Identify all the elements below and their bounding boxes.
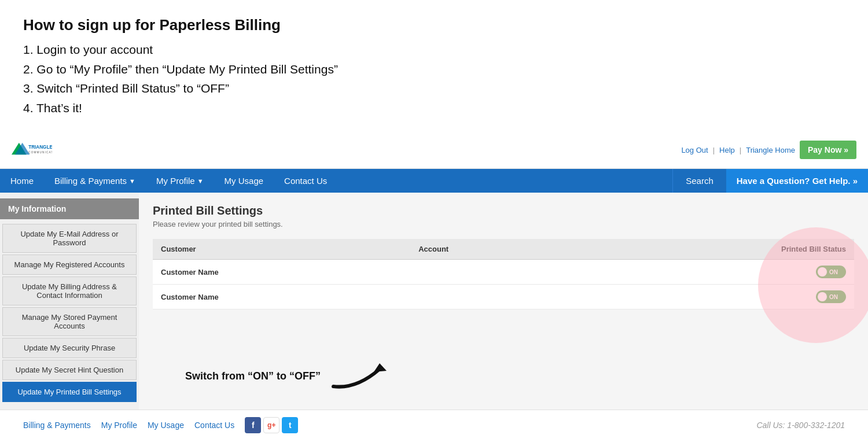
nav-profile[interactable]: My Profile ▼ (146, 169, 214, 193)
bill-table: Customer Account Printed Bill Status Cus… (153, 239, 854, 309)
account-1 (410, 260, 572, 285)
nav-home[interactable]: Home (0, 169, 44, 193)
logo-svg: TRIANGLE COMMUNICATIONS (12, 136, 52, 164)
main-content: My Information Update My E-Mail Address … (0, 193, 868, 410)
nav-contact[interactable]: Contact Us (274, 169, 337, 193)
toggle-circle-1 (818, 267, 827, 277)
arrow-svg (328, 360, 397, 392)
col-status: Printed Bill Status (572, 239, 854, 260)
separator-1: | (713, 146, 715, 154)
sidebar-item-registered[interactable]: Manage My Registered Accounts (2, 255, 137, 275)
sidebar-item-printed-bill[interactable]: Update My Printed Bill Settings (2, 382, 137, 402)
google-icon[interactable]: g+ (263, 417, 279, 433)
sidebar-item-stored-payment[interactable]: Manage My Stored Payment Accounts (2, 307, 137, 336)
triangle-home-link[interactable]: Triangle Home (746, 146, 795, 154)
toggle-label-1: ON (829, 269, 838, 275)
footer-link-usage[interactable]: My Usage (148, 421, 184, 430)
content-panel: Printed Bill Settings Please review your… (139, 193, 868, 410)
svg-marker-4 (374, 363, 387, 372)
footer-icons: f g+ t (245, 417, 298, 433)
sidebar-item-billing-address[interactable]: Update My Billing Address & Contact Info… (2, 277, 137, 305)
nav-usage[interactable]: My Usage (214, 169, 274, 193)
footer-link-profile[interactable]: My Profile (101, 421, 137, 430)
sidebar-menu: Update My E-Mail Address or Password Man… (0, 224, 139, 402)
annotation-area: Switch from “ON” to “OFF” (185, 360, 397, 392)
nav-search[interactable]: Search (672, 169, 726, 193)
step-2: 2. Go to “My Profile” then “Update My Pr… (23, 60, 845, 79)
step-3: 3. Switch “Printed Bill Status” to “OFF” (23, 79, 845, 98)
footer-link-contact[interactable]: Contact Us (194, 421, 234, 430)
toggle-on-2[interactable]: ON (816, 290, 846, 303)
nav-spacer (337, 169, 672, 193)
status-cell-1: ON (572, 260, 854, 285)
sidebar-item-email[interactable]: Update My E-Mail Address or Password (2, 224, 137, 253)
toggle-circle-2 (818, 292, 827, 301)
col-account: Account (410, 239, 572, 260)
account-2 (410, 285, 572, 309)
footer-left: Billing & Payments My Profile My Usage C… (23, 417, 298, 433)
header-bar: TRIANGLE COMMUNICATIONS Log Out | Help |… (0, 131, 868, 169)
svg-text:COMMUNICATIONS: COMMUNICATIONS (28, 151, 52, 154)
help-link[interactable]: Help (719, 146, 735, 154)
twitter-icon[interactable]: t (282, 417, 298, 433)
nav-bar: Home Billing & Payments ▼ My Profile ▼ M… (0, 169, 868, 193)
status-cell-2: ON (572, 285, 854, 309)
separator-2: | (740, 146, 741, 154)
content-subtitle: Please review your printed bill settings… (153, 220, 854, 228)
pay-now-button[interactable]: Pay Now » (800, 141, 856, 159)
footer-phone: Call Us: 1-800-332-1201 (756, 421, 845, 430)
customer-name-1: Customer Name (153, 260, 410, 285)
nav-billing[interactable]: Billing & Payments ▼ (44, 169, 146, 193)
profile-dropdown-arrow: ▼ (197, 178, 204, 185)
toggle-on-1[interactable]: ON (816, 266, 846, 278)
billing-dropdown-arrow: ▼ (129, 178, 135, 185)
footer-link-billing[interactable]: Billing & Payments (23, 421, 91, 430)
facebook-icon[interactable]: f (245, 417, 261, 433)
content-title: Printed Bill Settings (153, 204, 854, 218)
step-1: 1. Login to your account (23, 40, 845, 60)
logo: TRIANGLE COMMUNICATIONS (12, 136, 52, 164)
instructions-title: How to sign up for Paperless Billing (23, 16, 845, 34)
sidebar-item-security-phrase[interactable]: Update My Security Phrase (2, 338, 137, 358)
nav-help[interactable]: Have a Question? Get Help. » (726, 169, 868, 193)
table-row: Customer Name ON (153, 260, 854, 285)
toggle-label-2: ON (829, 294, 838, 300)
sidebar: My Information Update My E-Mail Address … (0, 193, 139, 410)
header-right: Log Out | Help | Triangle Home Pay Now » (681, 141, 856, 159)
instructions-section: How to sign up for Paperless Billing 1. … (0, 0, 868, 131)
col-customer: Customer (153, 239, 410, 260)
footer: Billing & Payments My Profile My Usage C… (0, 410, 868, 440)
customer-name-2: Customer Name (153, 285, 410, 309)
table-row: Customer Name ON (153, 285, 854, 309)
annotation-text: Switch from “ON” to “OFF” (185, 370, 321, 382)
logout-link[interactable]: Log Out (681, 146, 708, 154)
svg-text:TRIANGLE: TRIANGLE (28, 145, 52, 150)
sidebar-header: My Information (0, 198, 139, 219)
sidebar-item-hint-question[interactable]: Update My Secret Hint Question (2, 360, 137, 380)
step-4: 4. That’s it! (23, 98, 845, 118)
